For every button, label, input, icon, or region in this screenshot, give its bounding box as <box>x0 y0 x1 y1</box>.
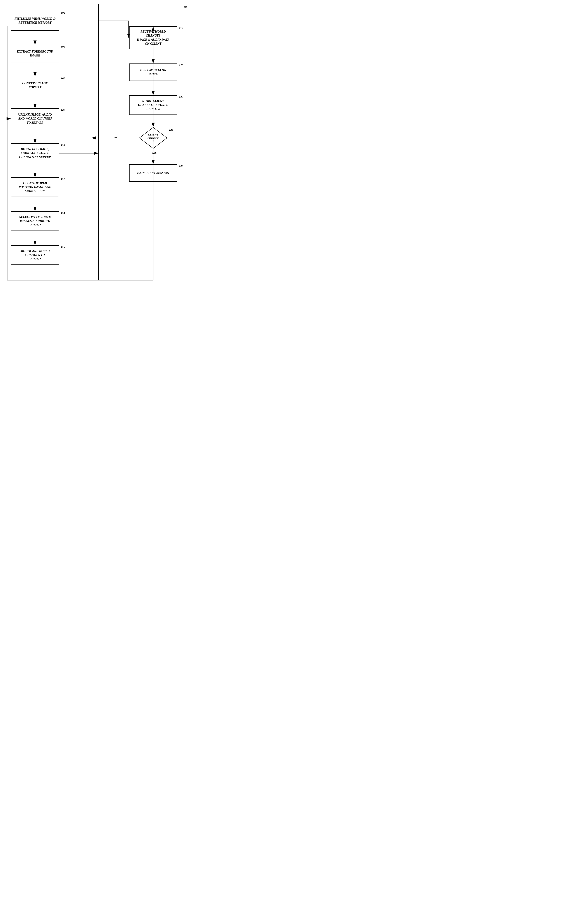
box-multicast: MULTICAST WORLDCHANGES TOCLIENTS <box>11 245 59 265</box>
label-110: 110 <box>61 143 65 147</box>
label-126: 126 <box>179 164 183 168</box>
box-display-data: DISPLAY DATA ONCLIENT <box>129 63 177 81</box>
label-116: 116 <box>61 245 65 249</box>
label-106: 106 <box>61 77 65 80</box>
box-receive-world: RECEIVE WORLDCHANGESIMAGE & AUDIO DATAON… <box>129 26 177 49</box>
flowchart-diagram: 100 INITIALIZE VRML WORLD & REFERENCE ME… <box>5 5 193 306</box>
label-118: 118 <box>179 26 183 30</box>
box-downlink: DOWNLINK IMAGE,AUDIO AND WORLDCHANGES AT… <box>11 143 59 163</box>
box-store-client: STORE CLIENTGENERATED WORLDUPDATES <box>129 95 177 115</box>
label-104: 104 <box>61 45 65 48</box>
box-extract-foreground: EXTRACT FOREGROUNDIMAGE <box>11 45 59 62</box>
diamond-client-logoff: CLIENTLOGOFF? <box>139 127 167 149</box>
box-end-session: END CLIENT SESSION <box>129 164 177 182</box>
label-114: 114 <box>61 211 65 215</box>
figure-number: 100 <box>184 6 188 9</box>
label-102: 102 <box>61 11 65 14</box>
label-124: 124 <box>169 128 173 132</box>
box-uplink: UPLINK IMAGE, AUDIOAND WORLD CHANGESTO S… <box>11 108 59 129</box>
label-122: 122 <box>179 95 183 99</box>
box-convert-image: CONVERT IMAGEFORMAT <box>11 77 59 94</box>
box-selectively-route: SELECTIVELY ROUTEIMAGES & AUDIO TOCLIENT… <box>11 211 59 231</box>
box-update-world: UPDATE WORLDPOSITION IMAGE ANDAUDIO FEED… <box>11 177 59 197</box>
label-120: 120 <box>179 63 183 67</box>
label-108: 108 <box>61 108 65 112</box>
label-yes: YES <box>151 151 157 155</box>
box-initialize-vrml: INITIALIZE VRML WORLD & REFERENCE MEMORY <box>11 11 59 31</box>
label-no: NO <box>114 136 118 139</box>
label-112: 112 <box>61 177 65 181</box>
